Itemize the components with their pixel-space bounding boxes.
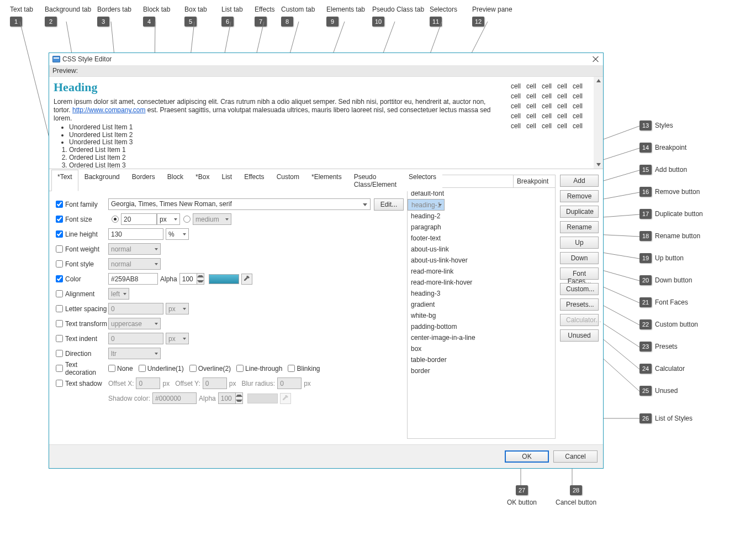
- font-size-unit[interactable]: px: [157, 213, 180, 225]
- deco-overline[interactable]: Overline(2): [189, 365, 231, 373]
- style-item[interactable]: gradient: [408, 299, 555, 310]
- tab-pseudo[interactable]: Pseudo Class/Element: [348, 170, 403, 191]
- font-size-named-radio[interactable]: [183, 216, 191, 223]
- style-item[interactable]: heading-1: [408, 199, 445, 211]
- up-button[interactable]: Up: [560, 237, 599, 249]
- remove-button[interactable]: Remove: [560, 190, 599, 202]
- font-size-check[interactable]: Font size: [56, 216, 108, 223]
- color-input[interactable]: [108, 273, 158, 285]
- color-swatch[interactable]: [209, 274, 239, 284]
- deco-none[interactable]: None: [108, 365, 133, 373]
- style-item[interactable]: heading-3: [408, 288, 555, 299]
- calculator-button[interactable]: Calculator...: [560, 314, 599, 326]
- cancel-button[interactable]: Cancel: [553, 450, 598, 463]
- scroll-up-icon[interactable]: [596, 79, 601, 82]
- style-item[interactable]: footer-text: [408, 233, 555, 244]
- style-item[interactable]: padding-bottom: [408, 321, 555, 332]
- text-transform-check[interactable]: Text transform: [56, 320, 108, 328]
- shadow-alpha-spinner[interactable]: [235, 392, 243, 404]
- style-item[interactable]: read-more-link: [408, 266, 555, 277]
- letter-spacing-unit[interactable]: px: [166, 303, 189, 314]
- line-height-check[interactable]: Line height: [56, 230, 108, 238]
- shadow-color-swatch[interactable]: [247, 394, 278, 403]
- eyedropper-icon[interactable]: [241, 274, 252, 285]
- tab-list[interactable]: List: [215, 170, 238, 191]
- font-size-named-select[interactable]: medium: [193, 213, 231, 225]
- color-alpha-input[interactable]: [179, 273, 197, 285]
- tab-background[interactable]: Background: [78, 170, 126, 191]
- line-height-input[interactable]: [108, 228, 163, 240]
- custom-button[interactable]: Custom...: [560, 283, 599, 295]
- tab-custom[interactable]: Custom: [271, 170, 305, 191]
- font-weight-select[interactable]: normal: [108, 243, 161, 255]
- table-cell: cell: [573, 82, 583, 90]
- callout-num: 3: [97, 17, 109, 27]
- tab-effects[interactable]: Effects: [238, 170, 270, 191]
- ok-button[interactable]: OK: [505, 450, 549, 463]
- tab-borders[interactable]: Borders: [126, 170, 161, 191]
- tab-box[interactable]: *Box: [189, 170, 215, 191]
- preview-link[interactable]: http://www.company.com: [72, 106, 146, 114]
- color-check[interactable]: Color: [56, 275, 108, 283]
- fontfaces-button[interactable]: Font Faces...: [560, 267, 599, 280]
- text-indent-input[interactable]: [108, 333, 163, 344]
- alignment-select[interactable]: left: [108, 288, 129, 300]
- callout-label: Preview pane: [472, 6, 512, 13]
- text-indent-unit[interactable]: px: [166, 333, 189, 344]
- style-item[interactable]: center-image-in-a-line: [408, 332, 555, 343]
- style-item[interactable]: table-border: [408, 354, 555, 365]
- style-item[interactable]: border: [408, 365, 555, 376]
- table-cell: cell: [557, 102, 567, 110]
- duplicate-button[interactable]: Duplicate: [560, 206, 599, 218]
- down-button[interactable]: Down: [560, 252, 599, 264]
- presets-button[interactable]: Presets...: [560, 298, 599, 311]
- font-weight-check[interactable]: Font weight: [56, 245, 108, 253]
- direction-check[interactable]: Direction: [56, 350, 108, 358]
- font-style-select[interactable]: normal: [108, 258, 161, 270]
- font-size-numeric-radio[interactable]: [112, 216, 119, 223]
- style-item[interactable]: read-more-link-hover: [408, 277, 555, 288]
- style-item[interactable]: box: [408, 343, 555, 354]
- letter-spacing-check[interactable]: Letter spacing: [56, 305, 108, 313]
- tab-selectors[interactable]: Selectors: [403, 170, 442, 191]
- font-family-edit-button[interactable]: Edit...: [374, 198, 404, 211]
- tab-elements[interactable]: *Elements: [305, 170, 348, 191]
- alpha-spinner[interactable]: [197, 273, 204, 285]
- deco-blinking[interactable]: Blinking: [288, 365, 320, 373]
- style-item[interactable]: white-bg: [408, 310, 555, 321]
- tab-block[interactable]: Block: [161, 170, 189, 191]
- offsety-input[interactable]: [203, 377, 227, 389]
- letter-spacing-input[interactable]: [108, 303, 163, 314]
- deco-linethrough[interactable]: Line-through: [236, 365, 282, 373]
- breakpoint-header[interactable]: Breakpoint: [514, 175, 555, 187]
- add-button[interactable]: Add: [560, 175, 599, 187]
- offsetx-input[interactable]: [136, 377, 160, 389]
- close-icon[interactable]: [592, 55, 600, 63]
- text-shadow-check[interactable]: Text shadow: [56, 380, 108, 387]
- preview-scrollbar[interactable]: [594, 77, 603, 169]
- unused-button[interactable]: Unused: [560, 329, 599, 342]
- line-height-unit[interactable]: %: [166, 228, 189, 240]
- shadow-eyedropper-icon[interactable]: [280, 393, 291, 404]
- direction-select[interactable]: ltr: [108, 348, 161, 359]
- deco-underline[interactable]: Underline(1): [139, 365, 184, 373]
- shadow-color-input[interactable]: [152, 392, 197, 404]
- callout-num: 28: [570, 485, 582, 495]
- style-item[interactable]: paragraph: [408, 222, 555, 233]
- tab-text[interactable]: *Text: [51, 170, 78, 191]
- blur-input[interactable]: [277, 377, 302, 389]
- text-decoration-check[interactable]: Text decoration: [56, 361, 108, 376]
- font-style-check[interactable]: Font style: [56, 260, 108, 268]
- style-item[interactable]: about-us-link-hover: [408, 255, 555, 266]
- shadow-alpha-input[interactable]: [218, 392, 236, 404]
- alignment-check[interactable]: Alignment: [56, 290, 108, 298]
- text-indent-check[interactable]: Text indent: [56, 335, 108, 343]
- text-transform-select[interactable]: uppercase: [108, 318, 161, 329]
- font-family-check[interactable]: Font family: [56, 201, 108, 208]
- rename-button[interactable]: Rename: [560, 221, 599, 233]
- font-family-select[interactable]: Georgia, Times, Times New Roman, serif: [108, 198, 371, 210]
- style-item[interactable]: about-us-link: [408, 244, 555, 255]
- scroll-down-icon[interactable]: [596, 163, 601, 166]
- font-size-input[interactable]: [121, 213, 157, 225]
- style-item[interactable]: heading-2: [408, 211, 555, 222]
